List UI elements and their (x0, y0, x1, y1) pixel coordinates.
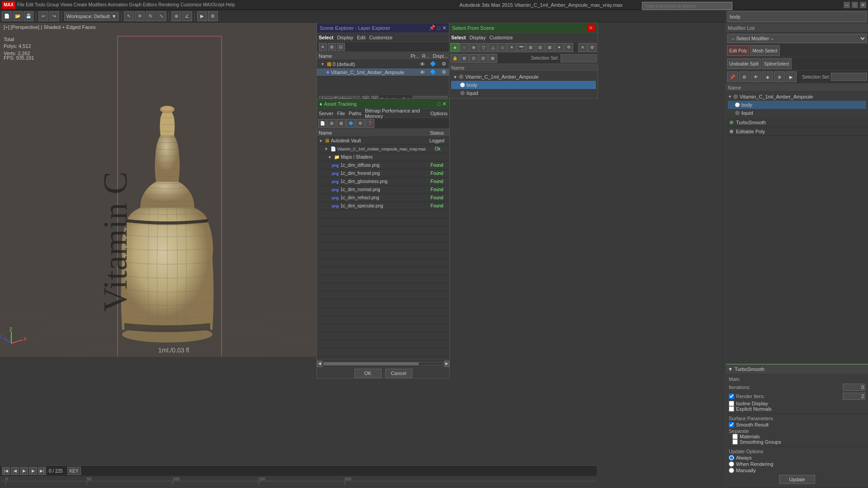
spline-select-btn[interactable]: SplineSelect (762, 58, 792, 69)
right-tree-liquid[interactable]: liquid (728, 109, 866, 117)
asset-row-folder[interactable]: ▼ 📁 Maps / Shaders (317, 153, 449, 161)
sfs-btn2-4[interactable]: ⊟ (479, 54, 488, 63)
selection-set-input[interactable] (561, 54, 597, 62)
stack-item-editable-poly[interactable]: Editable Poly (726, 127, 868, 136)
ok-button[interactable]: OK (354, 369, 382, 378)
sfs-btn-warps[interactable]: ⊟ (536, 43, 545, 52)
ts-smooth-result-checkbox[interactable] (729, 422, 734, 427)
sfs-btn-cameras[interactable]: 📷 (517, 43, 526, 52)
tc-prev-frame[interactable]: ◀ (11, 467, 19, 475)
menu-options[interactable]: Options (430, 111, 448, 116)
minimize-button[interactable]: ─ (844, 2, 850, 8)
menu-bitmap[interactable]: Bitmap Performance and Memory (365, 108, 427, 119)
sfs-menu-customize[interactable]: Customize (490, 35, 513, 40)
mod-tool-5[interactable]: ⊕ (774, 71, 785, 82)
tc-next-key[interactable]: ▶| (38, 467, 46, 475)
tree-item-body[interactable]: body (451, 81, 596, 89)
asset-row-glossiness[interactable]: png 1c_dim_glossiness.png Found (317, 178, 449, 186)
redo-btn[interactable]: ↪ (49, 11, 59, 21)
ts-iterations-input[interactable] (843, 384, 865, 391)
ts-explicit-normals-checkbox[interactable] (729, 406, 734, 412)
menu-customize[interactable]: Customize (369, 35, 392, 40)
scene-row-ampoule[interactable]: ◈ Vitamin_C_1ml_Amber_Ampoule 👁 🔷 ⚙ (317, 68, 449, 76)
at-btn1[interactable]: 📄 (318, 119, 327, 128)
ts-render-iters-checkbox[interactable] (729, 394, 734, 399)
asset-row-fresnel[interactable]: png 1c_dim_fresnel.png Found (317, 169, 449, 178)
at-btn4[interactable]: 🔷 (346, 119, 355, 128)
new-btn[interactable]: 📄 (2, 11, 12, 21)
select-from-scene-close[interactable]: ✕ (587, 24, 595, 32)
asset-row-specular[interactable]: png 1c_dim_specular.png Found (317, 202, 449, 210)
move-btn[interactable]: ✛ (135, 11, 145, 21)
open-btn[interactable]: 📂 (13, 11, 23, 21)
rotate-btn[interactable]: ↻ (146, 11, 156, 21)
sfs-btn2-3[interactable]: ⊡ (469, 54, 478, 63)
tc-next-frame[interactable]: ▶ (29, 467, 37, 475)
se-toolbar-btn2[interactable]: ⊞ (328, 43, 336, 51)
save-btn[interactable]: 💾 (24, 11, 33, 21)
scrollbar-track[interactable] (323, 362, 443, 366)
sfs-btn-invert[interactable]: ⊕ (469, 43, 478, 52)
undo-btn[interactable]: ↩ (38, 11, 48, 21)
render-setup-btn[interactable]: ⚙ (208, 11, 218, 21)
ts-render-iters-input[interactable] (843, 393, 865, 400)
snap-btn[interactable]: ⊕ (171, 11, 181, 21)
at-btn5[interactable]: ⚙ (356, 119, 365, 128)
tc-prev-key[interactable]: |◀ (2, 467, 10, 475)
ts-always-radio[interactable] (729, 455, 734, 460)
se-toolbar-btn1[interactable]: ✕ (319, 43, 327, 51)
scene-explorer-restore[interactable]: □ (437, 25, 440, 31)
right-tree-ampoule[interactable]: ▼ Vitamin_C_1ml_Amber_Ampoule (728, 93, 866, 101)
tree-item-liquid[interactable]: liquid (451, 89, 596, 97)
menu-edit[interactable]: Edit (357, 35, 366, 40)
menu-paths[interactable]: Paths (349, 111, 361, 116)
timeline-track[interactable]: 0 50 100 150 200 (0, 476, 597, 488)
scene-explorer-pin[interactable]: 📌 (429, 25, 435, 31)
sfs-btn-options1[interactable]: ✕ (578, 43, 587, 52)
menu-server[interactable]: Server (319, 111, 333, 116)
select-btn[interactable]: ↖ (124, 11, 134, 21)
at-btn2[interactable]: ⊞ (327, 119, 336, 128)
sfs-btn2-1[interactable]: 🔒 (450, 54, 459, 63)
asset-row-file-main[interactable]: ▼ 📄 Vitamin_C_1ml_Amber_Ampoule_max_vray… (317, 145, 449, 153)
sfs-btn-select-none[interactable]: ○ (460, 43, 469, 52)
search-input[interactable] (642, 2, 732, 10)
mod-tool-options[interactable]: ⚙ (739, 71, 750, 82)
scene-row-r[interactable]: 🔷 (428, 61, 439, 67)
mod-tool-pin[interactable]: 📌 (727, 71, 738, 82)
at-btn6[interactable]: ❓ (365, 119, 374, 128)
scene-row-disp[interactable]: ⚙ (439, 61, 449, 67)
sfs-btn-options2[interactable]: ⚙ (588, 43, 597, 52)
menu-file[interactable]: File (337, 111, 345, 116)
asset-tracking-restore[interactable]: □ (437, 101, 440, 107)
asset-row-diffuse[interactable]: png 1c_dim_diffuse.png Found (317, 161, 449, 169)
sfs-btn-geo[interactable]: △ (488, 43, 497, 52)
sfs-btn-select-all[interactable]: ◈ (450, 43, 459, 52)
scene-explorer-close[interactable]: ✕ (442, 25, 447, 31)
scene-row-ampoule-r[interactable]: 🔷 (428, 69, 439, 75)
ts-when-rendering-radio[interactable] (729, 461, 734, 467)
tree-item-ampoule[interactable]: ▼ Vitamin_C_1ml_Amber_Ampoule (451, 73, 596, 81)
ts-isoline-checkbox[interactable] (729, 401, 734, 406)
scene-row-pr[interactable]: 👁 (417, 61, 428, 67)
asset-row-normal[interactable]: png 1c_dim_normal.png Found (317, 186, 449, 194)
asset-scrollbar[interactable]: ◀ ▶ (317, 359, 449, 367)
sfs-btn-filter[interactable]: ▽ (479, 43, 488, 52)
mod-tool-4[interactable]: ◈ (762, 71, 773, 82)
mod-tool-6[interactable]: ▶ (786, 71, 797, 82)
scene-row-ampoule-disp[interactable]: ⚙ (439, 69, 449, 75)
asset-tracking-close[interactable]: ✕ (442, 101, 447, 107)
ts-update-btn[interactable]: Update (779, 475, 815, 484)
keyframe-mode-btn[interactable]: KEY (67, 467, 81, 475)
sfs-btn2-2[interactable]: ⊞ (460, 54, 469, 63)
cancel-button[interactable]: Cancel (385, 369, 412, 378)
asset-row-vault[interactable]: ▼ 🏛 Autodesk Vault Logged (317, 137, 449, 145)
at-btn3[interactable]: ⊠ (337, 119, 346, 128)
sfs-btn-groups[interactable]: ⧉ (564, 43, 573, 52)
ts-smoothing-groups-checkbox[interactable] (732, 439, 738, 445)
se-toolbar-btn3[interactable]: ⊡ (337, 43, 345, 51)
sfs-btn-bones[interactable]: ✦ (555, 43, 564, 52)
ts-materials-checkbox[interactable] (732, 434, 738, 439)
stack-item-turbsmooth[interactable]: TurboSmooth (726, 118, 868, 127)
sfs-btn-helpers[interactable]: ⊞ (526, 43, 535, 52)
